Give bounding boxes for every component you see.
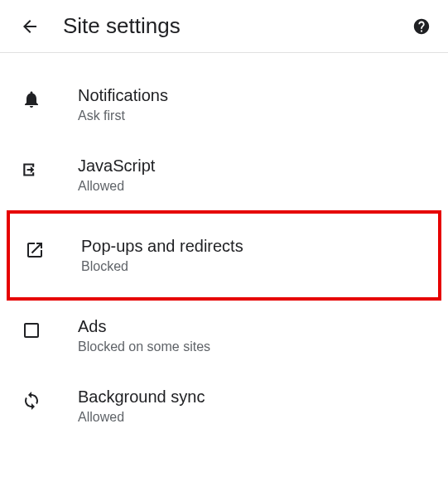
header: Site settings <box>0 0 448 53</box>
arrow-into-box-icon <box>20 158 43 181</box>
setting-subtitle: Ask first <box>78 108 428 123</box>
setting-title: JavaScript <box>78 156 428 176</box>
settings-list: Notifications Ask first JavaScript Allow… <box>0 53 448 441</box>
setting-content: Ads Blocked on some sites <box>78 317 428 354</box>
square-icon <box>20 319 43 342</box>
setting-notifications[interactable]: Notifications Ask first <box>0 70 448 140</box>
arrow-left-icon <box>20 17 40 36</box>
setting-subtitle: Blocked <box>81 259 425 274</box>
sync-icon <box>20 389 43 412</box>
help-icon <box>412 17 431 36</box>
setting-popups-redirects[interactable]: Pop-ups and redirects Blocked <box>7 210 441 301</box>
setting-background-sync[interactable]: Background sync Allowed <box>0 371 448 441</box>
setting-subtitle: Allowed <box>78 179 428 194</box>
setting-title: Background sync <box>78 388 428 407</box>
setting-title: Ads <box>78 317 428 336</box>
setting-title: Pop-ups and redirects <box>81 237 425 256</box>
setting-content: Pop-ups and redirects Blocked <box>81 237 425 274</box>
bell-icon <box>20 88 43 111</box>
open-in-new-icon <box>23 238 46 262</box>
setting-subtitle: Allowed <box>78 410 428 425</box>
setting-ads[interactable]: Ads Blocked on some sites <box>0 301 448 371</box>
setting-javascript[interactable]: JavaScript Allowed <box>0 140 448 210</box>
setting-content: JavaScript Allowed <box>78 156 428 194</box>
help-button[interactable] <box>412 17 431 36</box>
page-title: Site settings <box>63 13 412 39</box>
setting-subtitle: Blocked on some sites <box>78 339 428 354</box>
setting-content: Background sync Allowed <box>78 388 428 425</box>
setting-title: Notifications <box>78 86 428 105</box>
back-button[interactable] <box>17 13 43 40</box>
setting-content: Notifications Ask first <box>78 86 428 123</box>
